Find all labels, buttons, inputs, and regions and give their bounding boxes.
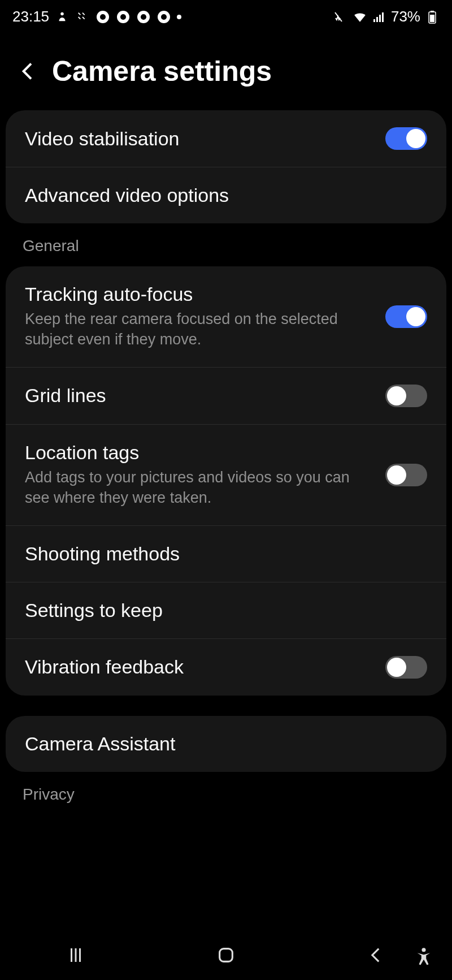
svg-point-2 xyxy=(100,14,106,20)
accessibility-button[interactable] xyxy=(411,944,436,969)
svg-point-6 xyxy=(141,14,146,20)
battery-icon xyxy=(425,10,440,24)
chevron-left-icon xyxy=(17,60,40,83)
row-label: Grid lines xyxy=(25,385,374,407)
battery-percent: 73% xyxy=(391,8,420,25)
svg-rect-11 xyxy=(376,17,378,22)
signal-icon xyxy=(372,10,386,24)
chrome-icon xyxy=(157,10,171,24)
location-tags-toggle[interactable] xyxy=(385,464,427,486)
home-button[interactable] xyxy=(212,942,240,969)
back-button[interactable] xyxy=(17,60,40,83)
video-stabilisation-row[interactable]: Video stabilisation xyxy=(6,110,446,167)
vibration-feedback-toggle[interactable] xyxy=(385,656,427,679)
navigation-bar xyxy=(0,930,452,980)
app-icon xyxy=(75,10,90,24)
settings-group: Tracking auto-focus Keep the rear camera… xyxy=(6,266,446,696)
section-header-general: General xyxy=(0,223,452,266)
video-stabilisation-toggle[interactable] xyxy=(385,127,427,150)
row-label: Camera Assistant xyxy=(25,733,416,755)
grid-lines-toggle[interactable] xyxy=(385,385,427,407)
shooting-methods-row[interactable]: Shooting methods xyxy=(6,525,446,582)
status-bar: 23:15 73% xyxy=(0,0,452,30)
tracking-autofocus-toggle[interactable] xyxy=(385,305,427,328)
row-description: Keep the rear camera focused on the sele… xyxy=(25,309,374,350)
advanced-video-options-row[interactable]: Advanced video options xyxy=(6,167,446,223)
row-label: Vibration feedback xyxy=(25,656,374,678)
row-label: Location tags xyxy=(25,442,374,464)
status-time: 23:15 xyxy=(12,8,49,25)
page-title: Camera settings xyxy=(52,55,272,88)
accessibility-icon xyxy=(414,947,433,966)
chrome-icon xyxy=(95,10,110,24)
vibration-feedback-row[interactable]: Vibration feedback xyxy=(6,638,446,696)
row-label: Advanced video options xyxy=(25,184,416,206)
svg-rect-16 xyxy=(430,15,434,22)
svg-rect-20 xyxy=(220,949,233,962)
svg-point-21 xyxy=(421,948,425,952)
vibrate-icon xyxy=(333,10,348,24)
section-header-privacy: Privacy xyxy=(0,772,452,815)
camera-assistant-row[interactable]: Camera Assistant xyxy=(6,716,446,772)
wifi-icon xyxy=(353,10,367,24)
settings-to-keep-row[interactable]: Settings to keep xyxy=(6,582,446,638)
tracking-autofocus-row[interactable]: Tracking auto-focus Keep the rear camera… xyxy=(6,266,446,367)
settings-group: Camera Assistant xyxy=(6,716,446,772)
nav-back-button[interactable] xyxy=(363,942,390,969)
svg-rect-13 xyxy=(382,12,384,22)
chevron-left-icon xyxy=(367,946,386,965)
row-label: Settings to keep xyxy=(25,599,416,621)
svg-point-0 xyxy=(60,12,64,15)
more-notifications-dot xyxy=(177,15,181,19)
chrome-icon xyxy=(116,10,131,24)
row-description: Add tags to your pictures and videos so … xyxy=(25,467,374,508)
grid-lines-row[interactable]: Grid lines xyxy=(6,367,446,424)
row-label: Video stabilisation xyxy=(25,128,374,150)
recents-button[interactable] xyxy=(62,942,89,969)
svg-rect-10 xyxy=(373,19,375,22)
svg-rect-12 xyxy=(379,15,381,22)
svg-rect-15 xyxy=(431,11,434,12)
svg-point-8 xyxy=(161,14,167,20)
svg-point-4 xyxy=(120,14,126,20)
app-icon xyxy=(55,10,69,24)
chrome-icon xyxy=(136,10,151,24)
recents-icon xyxy=(66,945,86,965)
row-label: Shooting methods xyxy=(25,543,416,565)
row-label: Tracking auto-focus xyxy=(25,283,374,305)
settings-group: Video stabilisation Advanced video optio… xyxy=(6,110,446,223)
location-tags-row[interactable]: Location tags Add tags to your pictures … xyxy=(6,424,446,525)
svg-line-9 xyxy=(335,12,342,21)
home-icon xyxy=(216,946,236,965)
